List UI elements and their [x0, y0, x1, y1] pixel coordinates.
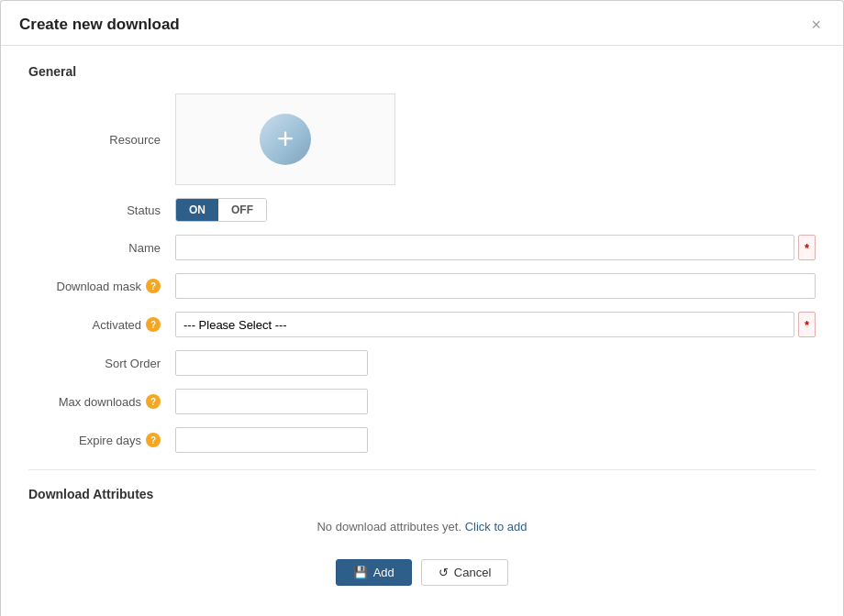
- activated-select[interactable]: --- Please Select ---: [175, 312, 794, 337]
- expire-days-row: Expire days ?: [28, 427, 816, 453]
- section-divider: [28, 469, 816, 470]
- cancel-icon: ↺: [439, 566, 449, 579]
- status-on-button[interactable]: ON: [176, 199, 218, 221]
- download-mask-control: [175, 273, 816, 299]
- download-mask-label: Download mask ?: [28, 279, 175, 293]
- download-mask-input[interactable]: [175, 273, 816, 299]
- status-label: Status: [28, 204, 175, 217]
- expire-days-control: [175, 427, 816, 453]
- max-downloads-row: Max downloads ?: [28, 389, 816, 414]
- expire-days-input[interactable]: [175, 427, 368, 453]
- activated-select-wrapper: --- Please Select ---: [175, 312, 794, 337]
- cancel-button[interactable]: ↺ Cancel: [421, 559, 508, 586]
- activated-row: Activated ? --- Please Select --- *: [28, 312, 816, 337]
- status-toggle: ON OFF: [175, 198, 267, 222]
- sort-order-row: Sort Order: [28, 350, 816, 376]
- modal-footer: 💾 Add ↺ Cancel: [28, 546, 816, 604]
- modal-title: Create new download: [19, 16, 180, 34]
- name-row: Name *: [28, 235, 816, 260]
- add-button[interactable]: 💾 Add: [336, 559, 412, 586]
- no-attributes-row: No download attributes yet. Click to add: [28, 511, 816, 546]
- activated-label: Activated ?: [28, 317, 175, 332]
- resource-row: Resource: [28, 94, 816, 185]
- download-attributes-title: Download Attributes: [28, 487, 816, 501]
- download-mask-info-icon[interactable]: ?: [146, 279, 161, 293]
- general-section-title: General: [28, 64, 816, 79]
- download-mask-row: Download mask ?: [28, 273, 816, 299]
- status-control: ON OFF: [175, 198, 816, 222]
- click-to-add-link[interactable]: Click to add: [465, 520, 528, 534]
- activated-control: --- Please Select --- *: [175, 312, 816, 337]
- activated-required-star: *: [798, 312, 816, 337]
- sort-order-control: [175, 350, 816, 376]
- expire-days-info-icon[interactable]: ?: [146, 433, 161, 447]
- resource-control: [175, 94, 816, 185]
- name-label: Name: [28, 241, 175, 255]
- resource-label: Resource: [28, 133, 175, 147]
- status-row: Status ON OFF: [28, 198, 816, 222]
- name-input[interactable]: [175, 235, 794, 260]
- resource-upload-box[interactable]: [175, 94, 395, 185]
- modal-body: General Resource Status ON OFF Name: [1, 46, 843, 616]
- cancel-label: Cancel: [454, 566, 491, 579]
- max-downloads-control: [175, 389, 816, 414]
- max-downloads-info-icon[interactable]: ?: [146, 394, 161, 409]
- add-label: Add: [373, 566, 394, 579]
- name-required-star: *: [798, 235, 816, 260]
- upload-plus-icon[interactable]: [260, 114, 311, 165]
- sort-order-input[interactable]: [175, 350, 368, 376]
- status-off-button[interactable]: OFF: [218, 199, 266, 221]
- close-button[interactable]: ×: [807, 16, 825, 33]
- expire-days-label: Expire days ?: [28, 433, 175, 447]
- modal-header: Create new download ×: [1, 1, 843, 46]
- max-downloads-label: Max downloads ?: [28, 394, 175, 409]
- create-download-modal: Create new download × General Resource S…: [0, 0, 844, 616]
- max-downloads-input[interactable]: [175, 389, 368, 414]
- add-icon: 💾: [353, 566, 368, 579]
- no-attributes-text: No download attributes yet.: [316, 520, 461, 534]
- activated-info-icon[interactable]: ?: [146, 317, 161, 332]
- sort-order-label: Sort Order: [28, 357, 175, 370]
- name-control: *: [175, 235, 816, 260]
